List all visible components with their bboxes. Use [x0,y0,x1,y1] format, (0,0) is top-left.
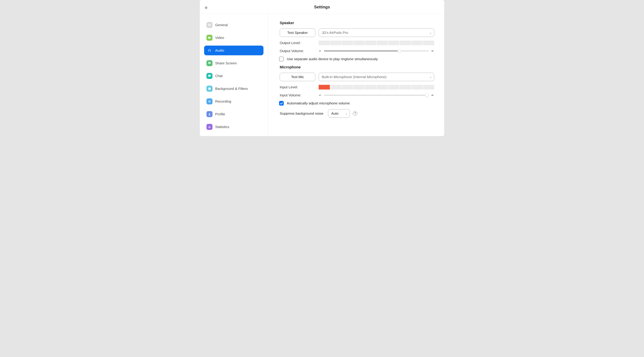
sidebar-item-chat[interactable]: Chat [204,71,264,81]
speaker-device-row: Test Speaker JD's AirPods Pro ⌄ [280,28,434,37]
sidebar-item-label: Statistics [215,125,229,129]
help-icon[interactable]: ? [353,111,357,116]
sidebar-item-label: Share Screen [215,61,237,65]
svg-point-1 [209,101,210,102]
gear-icon [206,22,212,28]
sidebar-item-label: General [215,23,228,27]
auto-adjust-checkbox[interactable] [279,101,284,106]
sidebar-item-general[interactable]: General [204,20,264,30]
mic-device-value: Built-in Microphone (Internal Microphone… [322,75,386,79]
level-segment [319,85,330,89]
sidebar-item-label: Background & Filters [215,87,248,91]
background-filters-icon [206,86,212,92]
volume-low-icon [319,93,322,97]
svg-point-2 [209,113,210,114]
level-segment [376,85,388,89]
output-volume-row: Output Volume: [280,49,434,53]
level-segment [330,85,342,89]
level-segment [400,40,411,45]
level-segment [342,40,353,45]
sidebar-item-audio[interactable]: Audio [204,45,264,55]
chevron-down-icon: ⌄ [430,31,432,34]
level-segment [388,85,400,89]
level-segment [412,40,422,45]
input-volume-row: Input Volume: [280,93,434,97]
sidebar-item-share-screen[interactable]: Share Screen [204,58,264,68]
input-volume-label: Input Volume: [280,93,319,97]
suppress-noise-label: Suppress background noise [280,111,323,115]
level-segment [353,85,364,89]
level-segment [412,85,422,89]
level-segment [342,85,353,89]
auto-adjust-row: Automatically adjust microphone volume [279,101,434,106]
separate-audio-checkbox[interactable] [279,57,284,61]
suppress-noise-select[interactable]: Auto ⌄ [328,109,350,118]
sidebar-item-label: Chat [215,74,222,78]
separate-audio-row: Use separate audio device to play ringto… [279,57,434,61]
sidebar-item-background-filters[interactable]: Background & Filters [204,84,264,93]
headphones-icon [206,47,212,53]
sidebar-item-video[interactable]: Video [204,33,264,42]
volume-high-icon [431,49,434,53]
mic-device-row: Test Mic Built-in Microphone (Internal M… [280,73,434,81]
separate-audio-label: Use separate audio device to play ringto… [287,57,378,61]
level-segment [400,85,411,89]
speaker-heading: Speaker [280,21,434,25]
test-mic-button[interactable]: Test Mic [280,73,315,81]
level-segment [330,40,342,45]
speaker-device-value: JD's AirPods Pro [322,31,348,35]
volume-high-icon [431,93,434,97]
microphone-heading: Microphone [280,65,434,69]
share-screen-icon [206,60,212,66]
profile-icon [206,111,212,117]
level-segment [423,40,434,45]
mic-device-select[interactable]: Built-in Microphone (Internal Microphone… [319,73,434,81]
chat-icon [206,73,212,79]
input-volume-slider[interactable] [324,93,429,97]
main-panel: Speaker Test Speaker JD's AirPods Pro ⌄ … [268,14,444,136]
video-icon [206,35,212,41]
sidebar: General Video Audio Share Screen [200,14,268,136]
suppress-noise-row: Suppress background noise Auto ⌄ ? [280,109,434,118]
speaker-device-select[interactable]: JD's AirPods Pro ⌄ [319,28,434,37]
recording-icon [206,98,212,104]
window-title: Settings [200,5,444,9]
output-volume-slider[interactable] [324,49,429,53]
level-segment [376,40,388,45]
volume-low-icon [319,49,322,53]
sidebar-item-label: Audio [215,48,224,52]
statistics-icon [206,124,212,130]
output-level-meter [319,40,434,45]
sidebar-item-label: Profile [215,112,225,116]
output-level-label: Output Level: [280,41,319,45]
input-level-row: Input Level: [280,85,434,89]
level-segment [423,85,434,89]
sidebar-item-statistics[interactable]: Statistics [204,122,264,132]
settings-window: Settings General Video Audio [200,0,444,136]
titlebar: Settings [200,0,444,14]
chevron-down-icon: ⌄ [345,112,347,115]
traffic-light-dot[interactable] [205,6,208,9]
window-body: General Video Audio Share Screen [200,14,444,136]
output-volume-label: Output Volume: [280,49,319,53]
sidebar-item-label: Recording [215,99,231,103]
level-segment [365,85,376,89]
input-level-meter [319,85,434,89]
auto-adjust-label: Automatically adjust microphone volume [287,101,350,105]
output-level-row: Output Level: [280,40,434,45]
chevron-down-icon: ⌄ [430,76,432,78]
level-segment [365,40,376,45]
suppress-noise-value: Auto [331,111,338,115]
input-level-label: Input Level: [280,85,319,89]
sidebar-item-recording[interactable]: Recording [204,96,264,106]
level-segment [353,40,364,45]
sidebar-item-profile[interactable]: Profile [204,109,264,119]
sidebar-item-label: Video [215,36,224,40]
level-segment [388,40,400,45]
level-segment [319,40,330,45]
test-speaker-button[interactable]: Test Speaker [280,28,315,37]
